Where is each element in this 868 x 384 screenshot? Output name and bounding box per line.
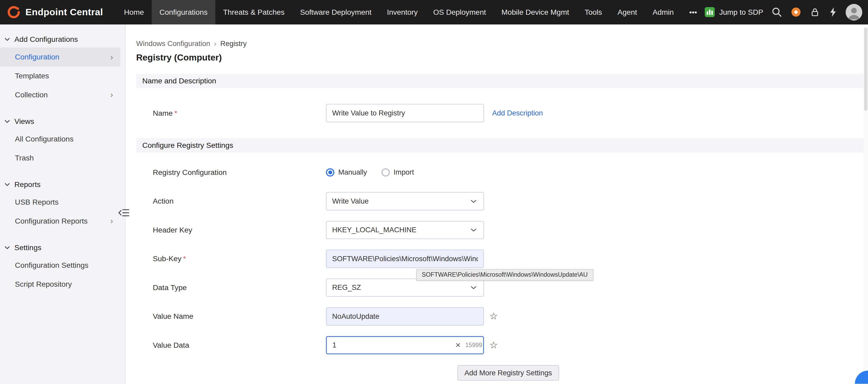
page-title: Registry (Computer)	[136, 53, 868, 63]
sidebar-title-reports[interactable]: Reports	[0, 176, 125, 193]
action-label: Action	[153, 197, 326, 205]
data-type-label: Data Type	[153, 283, 326, 292]
value-data-label: Value Data	[153, 341, 326, 350]
nav-configurations[interactable]: Configurations	[152, 0, 215, 25]
security-lock-icon[interactable]	[810, 7, 820, 17]
sidebar-item-configuration[interactable]: Configuration ›	[0, 48, 120, 66]
sidebar-item-label: Configuration	[15, 53, 59, 61]
sidebar: Add Configurations Configuration › Templ…	[0, 25, 126, 384]
dynamic-variable-star-icon[interactable]: ☆	[490, 341, 498, 350]
page-body: Add Configurations Configuration › Templ…	[0, 25, 868, 384]
registry-configuration-radios: Manually Import	[326, 168, 428, 176]
section-header-label: Name and Description	[142, 77, 216, 85]
add-description-link[interactable]: Add Description	[492, 109, 543, 117]
data-type-select[interactable]: REG_SZ	[326, 278, 484, 297]
sidebar-item-label: USB Reports	[15, 198, 59, 206]
sidebar-item-trash[interactable]: Trash	[0, 148, 120, 167]
breadcrumb-registry: Registry	[220, 39, 247, 48]
value-data-input-wrap: × 15999	[326, 336, 484, 354]
nav-software-deployment[interactable]: Software Deployment	[292, 0, 379, 25]
vertical-scrollbar[interactable]	[864, 25, 868, 384]
sidebar-item-collection[interactable]: Collection ›	[0, 85, 120, 104]
char-counter: 15999	[465, 342, 482, 349]
sidebar-item-all-configurations[interactable]: All Configurations	[0, 130, 120, 149]
section-header-name-description: Name and Description	[136, 74, 868, 88]
sidebar-title-label: Settings	[14, 243, 41, 252]
registry-configuration-label: Registry Configuration	[153, 168, 326, 177]
chevron-down-icon	[470, 200, 476, 203]
sidebar-item-label: Trash	[15, 154, 34, 162]
radio-circle	[326, 168, 334, 177]
name-label: Name*	[153, 109, 326, 118]
action-select[interactable]: Write Value	[326, 192, 484, 210]
sidebar-item-configuration-settings[interactable]: Configuration Settings	[0, 256, 120, 275]
sidebar-title-settings[interactable]: Settings	[0, 239, 125, 256]
nav-inventory[interactable]: Inventory	[379, 0, 426, 25]
sidebar-title-label: Reports	[14, 180, 41, 189]
jump-to-sdp-link[interactable]: Jump to SDP	[705, 7, 763, 17]
nav-tools[interactable]: Tools	[577, 0, 610, 25]
sidebar-item-usb-reports[interactable]: USB Reports	[0, 193, 120, 212]
chevron-right-icon: ›	[111, 53, 113, 61]
action-select-value: Write Value	[332, 197, 369, 205]
radio-manually[interactable]: Manually	[326, 168, 367, 176]
scrollbar-thumb[interactable]	[864, 28, 867, 111]
add-more-registry-settings-button[interactable]: Add More Registry Settings	[457, 365, 559, 381]
chevron-down-icon	[470, 228, 476, 232]
sidebar-item-label: All Configurations	[15, 135, 73, 143]
license-badge-icon[interactable]	[790, 7, 802, 18]
sidebar-title-label: Add Configurations	[14, 35, 78, 44]
chevron-down-icon	[4, 246, 10, 249]
nav-os-deployment[interactable]: OS Deployment	[426, 0, 494, 25]
sub-key-row: Sub-Key* SOFTWARE\Policies\Microsoft\Win…	[136, 244, 868, 273]
chevron-down-icon	[4, 120, 10, 123]
header-key-select[interactable]: HKEY_LOCAL_MACHINE	[326, 221, 484, 239]
nav-more-menu[interactable]: •••	[681, 0, 705, 25]
sidebar-item-label: Collection	[15, 90, 48, 99]
header-key-label: Header Key	[153, 226, 326, 234]
value-name-input[interactable]	[326, 307, 484, 325]
radio-import[interactable]: Import	[381, 168, 414, 176]
sidebar-item-label: Configuration Reports	[15, 217, 88, 226]
sidebar-item-label: Configuration Settings	[15, 261, 89, 270]
user-avatar[interactable]	[846, 4, 862, 21]
nav-admin[interactable]: Admin	[645, 0, 682, 25]
name-input[interactable]	[326, 104, 484, 122]
nav-threats-patches[interactable]: Threats & Patches	[215, 0, 292, 25]
name-row: Name* Add Description	[136, 88, 868, 138]
nav-mobile-device-mgmt[interactable]: Mobile Device Mgmt	[494, 0, 577, 25]
brand[interactable]: Endpoint Central	[0, 0, 116, 25]
quick-actions-bolt-icon[interactable]	[829, 7, 838, 17]
chevron-right-icon: ›	[111, 217, 113, 225]
sidebar-item-script-repository[interactable]: Script Repository	[0, 274, 120, 294]
action-row: Action Write Value	[136, 187, 868, 216]
clear-input-icon[interactable]: ×	[455, 341, 461, 350]
chevron-down-icon	[4, 183, 10, 186]
section-header-label: Configure Registry Settings	[142, 141, 233, 150]
sub-key-label: Sub-Key*	[153, 254, 326, 263]
sub-key-input[interactable]	[326, 249, 484, 268]
add-more-row: Add More Registry Settings	[136, 365, 868, 381]
dynamic-variable-star-icon[interactable]: ☆	[490, 312, 498, 321]
chevron-down-icon	[470, 286, 476, 289]
breadcrumb-separator-icon: ›	[214, 39, 216, 48]
data-type-select-value: REG_SZ	[332, 283, 361, 292]
nav-home[interactable]: Home	[116, 0, 152, 25]
main-nav: Home Configurations Threats & Patches So…	[116, 0, 705, 25]
value-name-label: Value Name	[153, 312, 326, 321]
sidebar-section-add-configurations: Add Configurations Configuration › Templ…	[0, 31, 125, 104]
sidebar-title-add-configurations[interactable]: Add Configurations	[0, 31, 125, 48]
sidebar-title-views[interactable]: Views	[0, 113, 125, 130]
radio-import-label: Import	[394, 168, 414, 176]
sidebar-collapse-icon[interactable]	[117, 207, 130, 219]
topbar-actions: Jump to SDP	[705, 0, 868, 25]
main-content: Windows Configuration › Registry Registr…	[126, 25, 868, 384]
value-name-row: Value Name ☆	[136, 302, 868, 331]
sidebar-item-templates[interactable]: Templates	[0, 66, 120, 86]
sidebar-section-views: Views All Configurations Trash	[0, 113, 125, 167]
breadcrumb-windows-configuration[interactable]: Windows Configuration	[136, 39, 210, 48]
search-icon[interactable]	[772, 7, 782, 17]
header-key-select-value: HKEY_LOCAL_MACHINE	[332, 226, 416, 234]
nav-agent[interactable]: Agent	[610, 0, 645, 25]
sidebar-item-configuration-reports[interactable]: Configuration Reports ›	[0, 211, 120, 230]
